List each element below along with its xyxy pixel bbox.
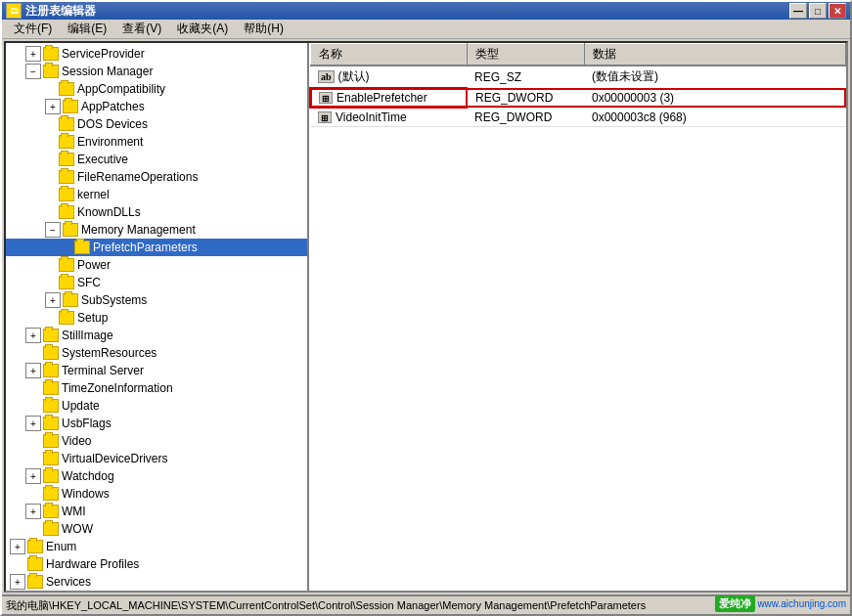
menu-bar: 文件(F) 编辑(E) 查看(V) 收藏夹(A) 帮助(H) — [2, 20, 850, 39]
menu-favorites[interactable]: 收藏夹(A) — [169, 19, 236, 39]
menu-edit[interactable]: 编辑(E) — [60, 19, 114, 39]
tree-item-prefetchparams[interactable]: PrefetchParameters — [6, 239, 307, 256]
row-type-enableprefetcher: REG_DWORD — [467, 88, 584, 108]
tree-item-update[interactable]: Update — [6, 397, 307, 415]
tree-item-usbflags[interactable]: + UsbFlags — [6, 415, 307, 432]
folder-icon-timezoneinfo — [43, 381, 59, 395]
tree-item-kernel[interactable]: kernel — [6, 186, 307, 203]
tree-item-serviceprovider[interactable]: + ServiceProvider — [6, 45, 307, 63]
tree-label: UsbFlags — [62, 417, 112, 430]
folder-icon-filerenameops — [59, 170, 74, 184]
tree-label: SubSystems — [81, 293, 147, 307]
tree-pane[interactable]: + ServiceProvider − Session Manager AppC… — [6, 43, 309, 591]
tree-item-watchdog[interactable]: + Watchdog — [6, 467, 307, 485]
tree-item-hwprofiles[interactable]: Hardware Profiles — [6, 555, 307, 573]
folder-icon-usbflags — [43, 417, 59, 430]
tree-item-timezoneinfo[interactable]: TimeZoneInformation — [6, 379, 307, 397]
expand-icon[interactable]: + — [25, 504, 41, 519]
tree-item-power[interactable]: Power — [6, 256, 307, 274]
folder-icon-serviceprovider — [43, 47, 59, 61]
tree-item-executive[interactable]: Executive — [6, 151, 307, 168]
tree-item-stillimage[interactable]: + StillImage — [6, 327, 307, 344]
folder-icon-enum — [27, 540, 43, 553]
folder-icon-windows — [43, 487, 59, 501]
tree-label: PrefetchParameters — [93, 241, 198, 254]
folder-icon-stillimage — [43, 329, 59, 342]
minimize-button[interactable]: — — [789, 3, 807, 19]
status-bar: 我的电脑\HKEY_LOCAL_MACHINE\SYSTEM\CurrentCo… — [2, 594, 850, 614]
expand-icon[interactable]: − — [45, 222, 61, 238]
maximize-button[interactable]: □ — [809, 3, 827, 19]
tree-label: ServiceProvider — [62, 47, 145, 61]
tree-item-subsystems[interactable]: + SubSystems — [6, 291, 307, 309]
expand-icon[interactable]: + — [25, 416, 41, 431]
row-data-enableprefetcher: 0x00000003 (3) — [584, 88, 846, 108]
reg-icon-ab: ab — [318, 70, 335, 83]
tree-item-services[interactable]: + Services — [6, 573, 307, 591]
status-logo: 爱纯净 www.aichunjing.com — [715, 595, 846, 612]
tree-item-terminalserver[interactable]: + Terminal Server — [6, 362, 307, 379]
tree-item-environment[interactable]: Environment — [6, 133, 307, 151]
close-button[interactable]: ✕ — [829, 3, 846, 19]
tree-item-appcompat[interactable]: AppCompatibility — [6, 80, 307, 98]
expand-icon[interactable]: + — [10, 539, 25, 554]
folder-icon-setup — [59, 311, 74, 325]
tree-label: Enum — [46, 540, 76, 553]
tree-label: Update — [62, 399, 100, 413]
menu-view[interactable]: 查看(V) — [114, 19, 169, 39]
expand-icon[interactable]: + — [10, 574, 25, 590]
logo-blue-text: www.aichunjing.com — [757, 598, 846, 609]
tree-label: StillImage — [62, 329, 113, 342]
row-type-default: REG_SZ — [467, 66, 584, 88]
tree-label: KnownDLLs — [77, 205, 141, 219]
menu-help[interactable]: 帮助(H) — [236, 19, 291, 39]
tree-item-sessionmanager[interactable]: − Session Manager — [6, 63, 307, 80]
col-header-name[interactable]: 名称 — [310, 44, 467, 66]
tree-item-setup[interactable]: Setup — [6, 309, 307, 327]
tree-item-sysresources[interactable]: SystemResources — [6, 344, 307, 362]
menu-file[interactable]: 文件(F) — [6, 19, 60, 39]
col-header-type[interactable]: 类型 — [467, 44, 584, 66]
folder-icon-wmi — [43, 505, 59, 518]
folder-icon-subsystems — [63, 293, 78, 307]
expand-icon[interactable]: − — [25, 64, 41, 79]
folder-icon-kernel — [59, 188, 74, 201]
tree-item-filerenameops[interactable]: FileRenameOperations — [6, 168, 307, 186]
folder-icon-knowndlls — [59, 205, 74, 219]
tree-label: AppCompatibility — [77, 82, 165, 96]
tree-item-sfc[interactable]: SFC — [6, 274, 307, 291]
tree-item-virtualdevdrivers[interactable]: VirtualDeviceDrivers — [6, 450, 307, 467]
tree-item-apppatches[interactable]: + AppPatches — [6, 98, 307, 115]
folder-icon-video — [43, 434, 59, 448]
table-row[interactable]: ab (默认) REG_SZ (数值未设置) — [310, 66, 846, 88]
expand-icon[interactable]: + — [45, 99, 61, 114]
folder-icon-appcompat — [59, 82, 74, 96]
tree-item-dosdevices[interactable]: DOS Devices — [6, 115, 307, 133]
expand-icon[interactable]: + — [25, 363, 41, 378]
folder-icon-power — [59, 258, 74, 272]
expand-icon[interactable]: + — [25, 468, 41, 484]
table-row-videoinittime[interactable]: ⊞ VideoInitTime REG_DWORD 0x000003c8 (96… — [310, 108, 846, 127]
folder-icon-apppatches — [63, 100, 78, 113]
tree-item-memorymgmt[interactable]: − Memory Management — [6, 221, 307, 239]
main-content: + ServiceProvider − Session Manager AppC… — [4, 41, 848, 593]
tree-label: DOS Devices — [77, 117, 148, 131]
tree-item-enum[interactable]: + Enum — [6, 538, 307, 555]
tree-item-wow[interactable]: WOW — [6, 520, 307, 538]
col-header-data[interactable]: 数据 — [584, 44, 846, 66]
folder-icon-prefetchparams — [74, 241, 90, 254]
tree-item-knowndlls[interactable]: KnownDLLs — [6, 203, 307, 221]
tree-label: VirtualDeviceDrivers — [62, 452, 167, 465]
logo-green-text: 爱纯净 — [715, 595, 755, 612]
folder-icon-hwprofiles — [27, 557, 43, 571]
tree-item-video[interactable]: Video — [6, 432, 307, 450]
row-data-default: (数值未设置) — [584, 66, 846, 88]
tree-item-wmi[interactable]: + WMI — [6, 503, 307, 520]
expand-icon[interactable]: + — [45, 292, 61, 308]
expand-icon[interactable]: + — [25, 46, 41, 62]
table-row-enableprefetcher[interactable]: ⊞ EnablePrefetcher REG_DWORD 0x00000003 … — [310, 88, 846, 108]
expand-icon[interactable]: + — [25, 328, 41, 343]
tree-label: Setup — [77, 311, 108, 325]
tree-item-windows[interactable]: Windows — [6, 485, 307, 503]
tree-label: Windows — [62, 487, 110, 501]
